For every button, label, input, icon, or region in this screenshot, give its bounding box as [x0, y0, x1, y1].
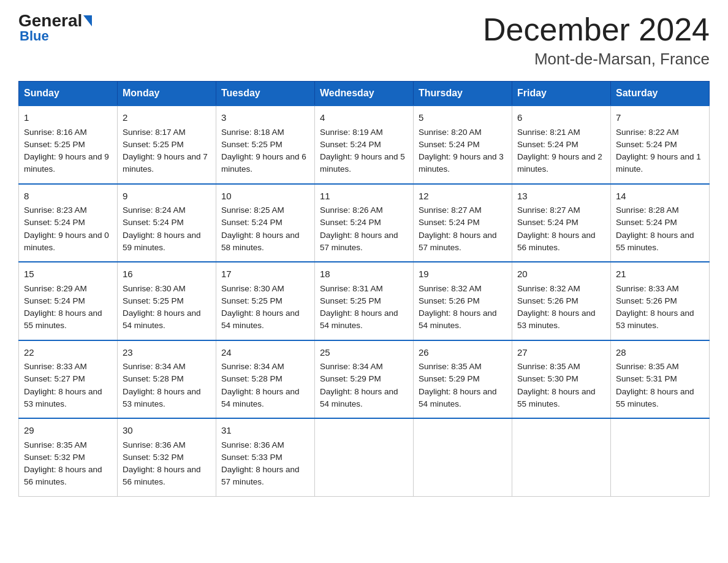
logo: General Blue	[18, 12, 92, 44]
day-number: 4	[320, 111, 408, 125]
day-info: Sunrise: 8:33 AMSunset: 5:26 PMDaylight:…	[616, 284, 694, 331]
page-subtitle: Mont-de-Marsan, France	[483, 50, 710, 69]
table-row: 1Sunrise: 8:16 AMSunset: 5:25 PMDaylight…	[19, 105, 710, 184]
day-info: Sunrise: 8:23 AMSunset: 5:24 PMDaylight:…	[24, 205, 109, 252]
list-item: 25Sunrise: 8:34 AMSunset: 5:29 PMDayligh…	[315, 340, 414, 419]
day-number: 31	[221, 424, 309, 438]
day-number: 18	[320, 267, 408, 282]
list-item	[315, 418, 414, 496]
day-info: Sunrise: 8:17 AMSunset: 5:25 PMDaylight:…	[123, 128, 208, 174]
list-item: 13Sunrise: 8:27 AMSunset: 5:24 PMDayligh…	[512, 184, 611, 262]
header-row: Sunday Monday Tuesday Wednesday Thursday…	[19, 82, 710, 106]
day-info: Sunrise: 8:34 AMSunset: 5:28 PMDaylight:…	[123, 362, 201, 408]
col-tuesday: Tuesday	[216, 82, 315, 106]
table-row: 22Sunrise: 8:33 AMSunset: 5:27 PMDayligh…	[19, 340, 710, 419]
day-number: 2	[123, 111, 211, 125]
day-info: Sunrise: 8:35 AMSunset: 5:30 PMDaylight:…	[517, 362, 596, 408]
list-item: 11Sunrise: 8:26 AMSunset: 5:24 PMDayligh…	[315, 184, 414, 262]
day-info: Sunrise: 8:32 AMSunset: 5:26 PMDaylight:…	[517, 284, 596, 331]
day-number: 19	[419, 267, 507, 282]
day-number: 9	[123, 190, 211, 204]
title-block: December 2024 Mont-de-Marsan, France	[483, 12, 710, 69]
page-title: December 2024	[483, 12, 710, 47]
list-item: 26Sunrise: 8:35 AMSunset: 5:29 PMDayligh…	[414, 340, 512, 419]
list-item: 30Sunrise: 8:36 AMSunset: 5:32 PMDayligh…	[118, 418, 216, 496]
list-item	[414, 418, 512, 496]
list-item: 24Sunrise: 8:34 AMSunset: 5:28 PMDayligh…	[216, 340, 315, 419]
day-number: 7	[616, 111, 704, 125]
list-item: 9Sunrise: 8:24 AMSunset: 5:24 PMDaylight…	[118, 184, 216, 262]
col-sunday: Sunday	[19, 82, 118, 106]
list-item: 28Sunrise: 8:35 AMSunset: 5:31 PMDayligh…	[611, 340, 710, 419]
day-number: 11	[320, 190, 408, 204]
day-info: Sunrise: 8:25 AMSunset: 5:24 PMDaylight:…	[221, 205, 300, 252]
day-number: 5	[419, 111, 507, 125]
list-item: 17Sunrise: 8:30 AMSunset: 5:25 PMDayligh…	[216, 262, 315, 340]
list-item: 18Sunrise: 8:31 AMSunset: 5:25 PMDayligh…	[315, 262, 414, 340]
day-number: 20	[517, 267, 605, 282]
list-item: 8Sunrise: 8:23 AMSunset: 5:24 PMDaylight…	[19, 184, 118, 262]
day-number: 1	[24, 111, 112, 125]
list-item: 15Sunrise: 8:29 AMSunset: 5:24 PMDayligh…	[19, 262, 118, 340]
day-info: Sunrise: 8:35 AMSunset: 5:29 PMDaylight:…	[419, 362, 497, 408]
list-item: 2Sunrise: 8:17 AMSunset: 5:25 PMDaylight…	[118, 105, 216, 184]
page-header: General Blue December 2024 Mont-de-Marsa…	[18, 12, 710, 69]
day-number: 22	[24, 346, 112, 360]
day-number: 10	[221, 190, 309, 204]
day-info: Sunrise: 8:19 AMSunset: 5:24 PMDaylight:…	[320, 128, 405, 174]
logo-general: General	[18, 12, 82, 29]
day-info: Sunrise: 8:35 AMSunset: 5:31 PMDaylight:…	[616, 362, 694, 408]
day-info: Sunrise: 8:36 AMSunset: 5:33 PMDaylight:…	[221, 440, 300, 487]
list-item: 27Sunrise: 8:35 AMSunset: 5:30 PMDayligh…	[512, 340, 611, 419]
table-row: 29Sunrise: 8:35 AMSunset: 5:32 PMDayligh…	[19, 418, 710, 496]
day-info: Sunrise: 8:35 AMSunset: 5:32 PMDaylight:…	[24, 440, 102, 487]
day-info: Sunrise: 8:29 AMSunset: 5:24 PMDaylight:…	[24, 284, 102, 331]
day-info: Sunrise: 8:32 AMSunset: 5:26 PMDaylight:…	[419, 284, 497, 331]
day-info: Sunrise: 8:24 AMSunset: 5:24 PMDaylight:…	[123, 205, 201, 252]
day-info: Sunrise: 8:16 AMSunset: 5:25 PMDaylight:…	[24, 128, 109, 174]
day-number: 8	[24, 190, 112, 204]
day-number: 12	[419, 190, 507, 204]
table-row: 8Sunrise: 8:23 AMSunset: 5:24 PMDaylight…	[19, 184, 710, 262]
day-info: Sunrise: 8:34 AMSunset: 5:29 PMDaylight:…	[320, 362, 398, 408]
list-item: 22Sunrise: 8:33 AMSunset: 5:27 PMDayligh…	[19, 340, 118, 419]
calendar-table: Sunday Monday Tuesday Wednesday Thursday…	[18, 81, 710, 497]
day-info: Sunrise: 8:33 AMSunset: 5:27 PMDaylight:…	[24, 362, 102, 408]
list-item: 21Sunrise: 8:33 AMSunset: 5:26 PMDayligh…	[611, 262, 710, 340]
col-wednesday: Wednesday	[315, 82, 414, 106]
day-info: Sunrise: 8:18 AMSunset: 5:25 PMDaylight:…	[221, 128, 306, 174]
day-info: Sunrise: 8:27 AMSunset: 5:24 PMDaylight:…	[517, 205, 596, 252]
day-number: 15	[24, 267, 112, 282]
day-info: Sunrise: 8:34 AMSunset: 5:28 PMDaylight:…	[221, 362, 300, 408]
day-number: 21	[616, 267, 704, 282]
col-friday: Friday	[512, 82, 611, 106]
col-monday: Monday	[118, 82, 216, 106]
day-number: 30	[123, 424, 211, 438]
day-info: Sunrise: 8:36 AMSunset: 5:32 PMDaylight:…	[123, 440, 201, 487]
day-number: 16	[123, 267, 211, 282]
logo-blue-text: Blue	[20, 28, 49, 44]
day-info: Sunrise: 8:27 AMSunset: 5:24 PMDaylight:…	[419, 205, 497, 252]
list-item: 16Sunrise: 8:30 AMSunset: 5:25 PMDayligh…	[118, 262, 216, 340]
list-item: 31Sunrise: 8:36 AMSunset: 5:33 PMDayligh…	[216, 418, 315, 496]
day-number: 17	[221, 267, 309, 282]
day-number: 13	[517, 190, 605, 204]
day-number: 25	[320, 346, 408, 360]
day-number: 6	[517, 111, 605, 125]
day-number: 14	[616, 190, 704, 204]
list-item: 14Sunrise: 8:28 AMSunset: 5:24 PMDayligh…	[611, 184, 710, 262]
list-item: 5Sunrise: 8:20 AMSunset: 5:24 PMDaylight…	[414, 105, 512, 184]
day-number: 23	[123, 346, 211, 360]
day-number: 3	[221, 111, 309, 125]
list-item: 6Sunrise: 8:21 AMSunset: 5:24 PMDaylight…	[512, 105, 611, 184]
day-number: 29	[24, 424, 112, 438]
day-info: Sunrise: 8:31 AMSunset: 5:25 PMDaylight:…	[320, 284, 398, 331]
day-info: Sunrise: 8:21 AMSunset: 5:24 PMDaylight:…	[517, 128, 602, 174]
day-info: Sunrise: 8:28 AMSunset: 5:24 PMDaylight:…	[616, 205, 694, 252]
list-item	[512, 418, 611, 496]
col-saturday: Saturday	[611, 82, 710, 106]
day-info: Sunrise: 8:20 AMSunset: 5:24 PMDaylight:…	[419, 128, 504, 174]
list-item: 19Sunrise: 8:32 AMSunset: 5:26 PMDayligh…	[414, 262, 512, 340]
day-number: 26	[419, 346, 507, 360]
list-item: 7Sunrise: 8:22 AMSunset: 5:24 PMDaylight…	[611, 105, 710, 184]
